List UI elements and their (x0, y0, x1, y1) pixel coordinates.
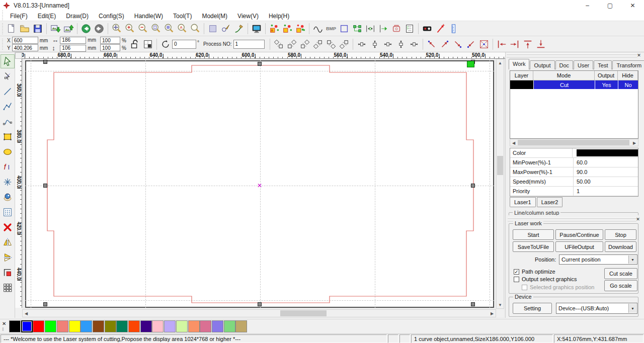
selection-handle[interactable] (43, 184, 47, 188)
pen-edit-icon[interactable] (232, 22, 246, 35)
bmp-icon[interactable]: BMP (325, 22, 338, 35)
lock-ratio-icon[interactable] (128, 38, 141, 51)
array-output-icon[interactable]: A (268, 22, 281, 35)
capture-tool-icon[interactable] (1, 190, 15, 204)
tab-laser2[interactable]: Laser2 (537, 198, 563, 207)
vertical-scrollbar[interactable]: ▲ ▼ (496, 59, 504, 309)
to-bottom-left-icon[interactable] (464, 38, 477, 51)
palette-color-19[interactable] (235, 320, 247, 332)
selection-handle[interactable] (471, 184, 475, 188)
width-input[interactable]: 186 (60, 37, 86, 44)
import-image-icon[interactable] (49, 22, 62, 35)
panel-splitter-top[interactable]: ✕ (507, 53, 643, 58)
to-center-icon[interactable] (477, 38, 491, 51)
no-color-button[interactable]: ✕ (2, 321, 6, 326)
palette-color-10[interactable] (128, 320, 140, 332)
menu-config[interactable]: Config(S) (94, 12, 129, 21)
node-select-icon[interactable] (219, 22, 232, 35)
undo-icon[interactable] (79, 22, 93, 35)
save-icon[interactable] (31, 22, 44, 35)
rotate-angle-input[interactable]: 0 (172, 40, 196, 49)
node-edit-tool-icon[interactable] (1, 69, 15, 83)
open-icon[interactable] (18, 22, 31, 35)
cut-scale-button[interactable]: Cut scale (604, 268, 637, 279)
delete-tool-icon[interactable] (1, 220, 15, 234)
palette-color-0[interactable] (9, 320, 21, 332)
tab-user[interactable]: User (574, 60, 593, 69)
scroll-right-arrow[interactable]: ▶ (489, 310, 496, 317)
device-combo-arrow-icon[interactable]: ▼ (628, 304, 636, 313)
to-top-left-icon[interactable] (425, 38, 438, 51)
rectangle-tool-icon[interactable] (1, 130, 15, 144)
menu-file[interactable]: File(F) (5, 12, 33, 21)
menu-tool[interactable]: Tool(T) (168, 12, 197, 21)
align-left-shapes-icon[interactable] (272, 38, 285, 51)
align-top-shapes-icon[interactable] (298, 38, 311, 51)
layer-table-scrollbar[interactable]: ◀ ▶ (510, 139, 638, 146)
redo-icon[interactable] (93, 22, 106, 35)
height-input[interactable]: 106 (60, 45, 86, 52)
to-top-right-icon[interactable] (438, 38, 451, 51)
panel-close-icon[interactable]: ✕ (636, 52, 642, 58)
palette-color-17[interactable] (212, 320, 223, 332)
path-optimize-checkbox[interactable]: ✓ Path optimize (514, 269, 555, 275)
drawing-canvas[interactable]: ✕ ▲ ▼ ◀ ▶ (22, 59, 505, 318)
to-top-edge-icon[interactable] (521, 38, 534, 51)
palette-color-12[interactable] (152, 320, 164, 332)
menu-draw[interactable]: Draw(D) (61, 12, 94, 21)
output-list-icon[interactable] (403, 22, 416, 35)
palette-color-5[interactable] (69, 320, 80, 332)
same-size-w-icon[interactable] (381, 38, 394, 51)
select-box-icon[interactable] (206, 22, 219, 35)
property-row[interactable]: Speed(mm/s)50.00 (510, 177, 638, 187)
line-tool-icon[interactable] (1, 84, 15, 99)
scroll-left-arrow[interactable]: ◀ (23, 310, 30, 317)
column-header[interactable]: Mode (533, 71, 595, 80)
offset-tool-icon[interactable] (1, 266, 15, 280)
property-row[interactable]: MaxPower(%)-190.0 (510, 167, 638, 177)
selection-handle[interactable] (258, 62, 262, 66)
tab-doc[interactable]: Doc (555, 60, 574, 69)
zoom-out-icon[interactable] (136, 22, 149, 35)
tab-output[interactable]: Output (530, 60, 554, 69)
zoom-font-icon[interactable]: A (176, 22, 189, 35)
stop-button[interactable]: Stop (605, 229, 636, 240)
x-position-input[interactable]: 600 (12, 37, 38, 44)
layer-table[interactable]: LayerModeOutputHide CutYesNo (510, 70, 638, 139)
zoom-window-icon[interactable] (189, 22, 202, 35)
selection-handle[interactable] (43, 60, 47, 64)
palette-color-1[interactable] (21, 320, 33, 332)
interval-h-icon[interactable] (364, 22, 377, 35)
zoom-pan-icon[interactable] (110, 22, 123, 35)
minimize-button[interactable]: – (576, 0, 599, 11)
panel-close-icon-2[interactable]: ✕ (635, 216, 641, 222)
align-center-v-icon[interactable] (338, 38, 351, 51)
machine-frame-icon[interactable] (390, 22, 403, 35)
array-config-icon[interactable] (294, 22, 307, 35)
to-right-edge-icon[interactable] (508, 38, 521, 51)
palette-color-9[interactable] (116, 320, 128, 332)
column-header[interactable]: Layer (510, 71, 533, 80)
layer-hide[interactable]: No (618, 80, 638, 89)
pause-continue-button[interactable]: Pause/Continue (555, 229, 603, 240)
tab-work[interactable]: Work (509, 59, 529, 69)
array-copy-tool-icon[interactable] (1, 281, 15, 295)
vertical-scroll-thumb[interactable] (497, 156, 503, 175)
device-setting-button[interactable]: Setting (513, 303, 552, 314)
layer-color-swatch[interactable] (510, 80, 533, 89)
property-row[interactable]: MinPower(%)-160.0 (510, 158, 638, 167)
shape-outline-icon[interactable] (338, 22, 351, 35)
tab-test[interactable]: Test (594, 60, 612, 69)
to-left-edge-icon[interactable] (495, 38, 508, 51)
checkbox-icon[interactable] (514, 277, 519, 282)
layer-row[interactable]: CutYesNo (510, 80, 638, 89)
dither-tool-icon[interactable] (1, 205, 15, 219)
menu-edit[interactable]: Edit(E) (33, 12, 61, 21)
property-row[interactable]: Color (510, 148, 638, 158)
horizontal-scrollbar[interactable]: ◀ ▶ (22, 309, 496, 317)
same-height-icon[interactable] (368, 38, 381, 51)
point-tool-icon[interactable] (1, 175, 15, 189)
text-tool-icon[interactable]: fI (1, 160, 15, 174)
menu-help[interactable]: Help(H) (264, 12, 294, 21)
menu-view[interactable]: View(V) (232, 12, 264, 21)
